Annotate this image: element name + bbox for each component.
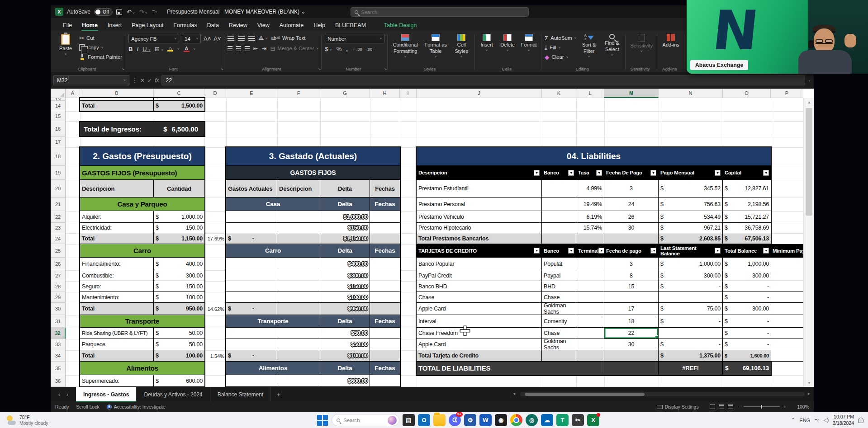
column-header[interactable]: J (417, 89, 542, 98)
cell-desc[interactable]: PayPal Credit (417, 270, 542, 281)
column-header[interactable]: N (659, 89, 723, 98)
clear-button[interactable]: ◆Clear ˅ (545, 53, 576, 61)
cell-delta[interactable]: $50.00 (320, 328, 370, 339)
cell-fecha[interactable]: 3 (604, 258, 659, 270)
cell-fecha[interactable]: 18 (604, 315, 659, 328)
cell-banco[interactable]: Chase (542, 328, 576, 339)
search-input[interactable] (361, 9, 525, 15)
row-header[interactable]: 25 (51, 244, 66, 258)
filter-icon[interactable]: ▼ (534, 248, 540, 254)
menu-review[interactable]: Review (224, 20, 252, 31)
col-header[interactable]: Fecha de pago↓▼ (604, 244, 659, 258)
zoom-level[interactable]: 100% (792, 404, 809, 409)
row-header[interactable]: 27 (51, 270, 66, 281)
cell-desc[interactable]: Banco BHD (417, 281, 542, 292)
category-band[interactable]: Carro (80, 244, 204, 258)
cell-banco[interactable]: Populat (542, 258, 576, 270)
hscroll-right-icon[interactable]: ▸ (808, 391, 810, 396)
cell-total-balance[interactable]: $1,000.00 (723, 258, 771, 270)
settings-app-icon[interactable]: ⚙ (464, 414, 476, 426)
cell-amount[interactable]: $1,500.00 (154, 101, 204, 111)
col-header[interactable]: Gastos Actuales (226, 180, 277, 198)
scroll-up-icon[interactable]: ▲ (804, 98, 814, 106)
cell-lsb[interactable]: $300.00 (659, 270, 723, 281)
cell-banco[interactable]: BHD (542, 281, 576, 292)
cell-pago[interactable]: $345.52 (659, 180, 723, 198)
col-header[interactable]: Banco▼ (542, 244, 576, 258)
row-header[interactable]: 19 (51, 166, 66, 180)
cell-desc[interactable]: Total (80, 101, 154, 111)
cell-delta-total[interactable]: $1,150.00 (320, 233, 370, 244)
cell-banco[interactable]: Chase (542, 292, 576, 303)
cell-banco[interactable]: Goldman Sachs (542, 339, 576, 350)
filter-icon[interactable]: ▼ (763, 170, 769, 176)
menu-formulas[interactable]: Formulas (168, 20, 202, 31)
row-header[interactable]: 16 (51, 121, 66, 137)
discord-app-icon[interactable]: ᗧ9+ (449, 414, 461, 426)
align-middle-icon[interactable] (238, 36, 245, 41)
cell-total-amount[interactable]: $1,150.00 (154, 233, 204, 244)
delta-percent[interactable]: 1.54% (204, 350, 225, 362)
format-painter-button[interactable]: Format Painter (79, 53, 122, 61)
hscroll-left-icon[interactable]: ◂ (513, 391, 515, 396)
name-box[interactable]: M32˅ (53, 75, 129, 85)
cell-delta[interactable]: $150.00 (320, 281, 370, 292)
align-left-icon[interactable] (228, 46, 232, 51)
cell-lsb[interactable]: $- (659, 339, 723, 350)
decrease-decimal-icon[interactable]: .00→ (366, 47, 376, 52)
menu-home[interactable]: Home (77, 20, 103, 31)
paste-button[interactable]: Paste˅ (55, 33, 76, 56)
normal-view-icon[interactable] (710, 404, 715, 409)
fill-color-icon[interactable]: ◇ (167, 47, 173, 52)
comma-style-icon[interactable]: , (346, 46, 348, 52)
word-app-icon[interactable]: W (479, 414, 492, 426)
table-title[interactable]: 04. Liabilities (417, 147, 771, 166)
cell-desc[interactable]: Interval (417, 315, 542, 328)
cell-delta[interactable]: $150.00 (320, 223, 370, 233)
horizontal-scroll-thumb[interactable] (525, 393, 645, 396)
start-button[interactable] (317, 414, 328, 426)
filter-icon[interactable]: ▼ (568, 170, 574, 176)
column-header[interactable]: C (154, 89, 204, 98)
cell-lsb[interactable]: $- (659, 281, 723, 292)
cell-fecha[interactable]: 30 (604, 223, 659, 233)
camera-app-icon[interactable]: ◉ (495, 414, 507, 426)
grow-font-icon[interactable]: A˄ (204, 35, 211, 42)
align-bottom-icon[interactable] (248, 36, 255, 41)
cell-total-lsb[interactable]: $1,375.00 (659, 350, 723, 362)
column-header[interactable]: L (576, 89, 604, 98)
row-header[interactable]: 30 (51, 303, 66, 315)
cell-capital[interactable]: $2,198.56 (723, 198, 771, 211)
cell-desc[interactable]: Electricidad: (80, 223, 154, 233)
row-header-selected[interactable]: 32 (51, 328, 66, 339)
cell-amount[interactable]: $600.00 (154, 375, 204, 387)
cell-total-amount[interactable]: $100.00 (154, 350, 204, 362)
cell-fecha[interactable]: 26 (604, 211, 659, 223)
font-color-icon[interactable]: A (184, 46, 190, 52)
row-header[interactable]: 35 (51, 362, 66, 375)
autosum-button[interactable]: ΣAutoSum ˅ (545, 34, 576, 42)
cell-total-balance[interactable]: $- (723, 292, 771, 303)
scroll-down-icon[interactable]: ▼ (804, 379, 814, 387)
number-format-combo[interactable]: Number˅ (325, 34, 384, 43)
selected-cell-m32[interactable]: 22 (604, 328, 659, 339)
cell-tasa[interactable]: 15.74% (576, 223, 604, 233)
find-select-button[interactable]: Find &Select˅ (602, 33, 622, 57)
vertical-scrollbar[interactable]: ▲ ▼ (804, 98, 814, 387)
format-as-table-button[interactable]: Format asTable˅ (422, 33, 449, 59)
col-header[interactable]: Capital▼ (723, 166, 771, 180)
cell-fecha[interactable] (604, 292, 659, 303)
taskbar-search[interactable] (332, 414, 399, 426)
table-title[interactable]: 2. Gastos (Presupuesto) (80, 147, 204, 166)
cell-total-label[interactable]: Total (80, 233, 154, 244)
cell-fecha[interactable]: 17 (604, 303, 659, 315)
cell-fecha[interactable]: 15 (604, 281, 659, 292)
cell-total-balance[interactable]: $300.00 (723, 270, 771, 281)
column-header[interactable]: D (204, 89, 226, 98)
col-header[interactable]: Minimum Payn (771, 244, 803, 258)
sheet-tab-ingresos-gastos[interactable]: Ingresos - Gastos (76, 387, 137, 402)
document-title[interactable]: Presupuesto Mensual - MONEY MAKEOVER (BL… (167, 9, 305, 15)
cell-amount[interactable]: $50.00 (154, 339, 204, 350)
cell-desc[interactable]: Chase Freedom (417, 328, 542, 339)
italic-button[interactable]: I (137, 46, 138, 52)
